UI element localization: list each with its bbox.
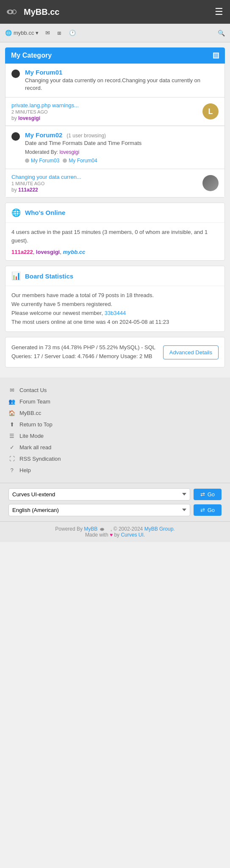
brand-name: MyBB.cc bbox=[24, 7, 59, 17]
footer-rss-label: RSS Syndication bbox=[19, 456, 61, 462]
performance-card: Generated in 73 ms (44.78% PHP / 55.22% … bbox=[5, 337, 225, 367]
globe-widget-icon: 🌐 bbox=[11, 208, 21, 217]
last-post-by-2: by 111a222 bbox=[11, 187, 202, 193]
hamburger-icon[interactable]: ☰ bbox=[215, 6, 223, 17]
lang-go-label: Go bbox=[208, 507, 215, 513]
heart-icon: ♥ bbox=[110, 532, 113, 538]
theme-go-icon: ⇄ bbox=[200, 491, 205, 498]
whos-online-description: 4 users active in the past 15 minutes (3… bbox=[11, 228, 219, 246]
rss-footer-icon: ⛶ bbox=[8, 456, 15, 462]
footer-rss[interactable]: ⛶ RSS Syndication bbox=[8, 453, 222, 465]
category-header: My Category bbox=[5, 47, 225, 64]
last-post-author-2[interactable]: 111a222 bbox=[18, 187, 38, 193]
pages-nav-icon[interactable]: 🗉 bbox=[57, 30, 62, 36]
footer-return-top[interactable]: ⬆ Return to Top bbox=[8, 419, 222, 430]
board-stats-widget: 📊 Board Statistics Our members have made… bbox=[5, 266, 225, 332]
subforum-2: My Forum04 bbox=[63, 158, 97, 164]
footer-mybb-label: MyBB.cc bbox=[19, 410, 41, 416]
last-post-time-2: 1 MINUTE AGO bbox=[11, 181, 202, 186]
brand: MyBB.cc bbox=[7, 7, 59, 17]
footer-help-label: Help bbox=[19, 467, 31, 473]
browsing-badge: (1 user browsing) bbox=[67, 133, 106, 139]
clock-nav-icon[interactable]: 🕐 bbox=[69, 30, 76, 36]
advanced-details-button[interactable]: Advanced Details bbox=[163, 345, 219, 359]
forum-status-dot-2 bbox=[11, 132, 20, 141]
subforum-link-2[interactable]: My Forum04 bbox=[69, 158, 97, 164]
forum-moderator: Moderated By: lovesgigi bbox=[25, 149, 219, 155]
mybb-inline-logo bbox=[100, 527, 108, 532]
whos-online-widget: 🌐 Who's Online 4 users active in the pas… bbox=[5, 203, 225, 261]
main-content: My Category My Forum01 Changing your dat… bbox=[0, 42, 230, 378]
board-stats-header: 📊 Board Statistics bbox=[6, 266, 224, 286]
online-user-3[interactable]: mybb.cc bbox=[63, 249, 85, 255]
chart-icon: 📊 bbox=[11, 271, 21, 281]
mybb-logo-icon bbox=[7, 8, 20, 16]
last-post-time-1: 2 MINUTES AGO bbox=[11, 109, 202, 114]
forum-status-dot-1 bbox=[11, 70, 20, 78]
forum-name-1[interactable]: My Forum01 bbox=[25, 69, 219, 76]
forum-info-1: My Forum01 Changing your data currently … bbox=[25, 69, 219, 92]
selectors-section: Curves UI-extend ⇄ Go English (American)… bbox=[0, 483, 230, 521]
footer-mybb[interactable]: 🏠 MyBB.cc bbox=[8, 407, 222, 419]
navbar: 🌐 mybb.cc ▾ ✉ 🗉 🕐 🔍 bbox=[0, 24, 230, 42]
footer-help[interactable]: ? Help bbox=[8, 465, 222, 476]
mybb-link[interactable]: MyBB bbox=[84, 526, 97, 532]
lang-selector-row: English (American) ⇄ Go bbox=[8, 504, 222, 516]
whos-online-header: 🌐 Who's Online bbox=[6, 203, 224, 223]
last-post-info-1: private.lang.php warnings... 2 MINUTES A… bbox=[11, 102, 202, 121]
forum-name-2[interactable]: My Forum02 bbox=[25, 131, 62, 139]
performance-text: Generated in 73 ms (44.78% PHP / 55.22% … bbox=[11, 343, 158, 361]
footer-forum-team-label: Forum Team bbox=[19, 398, 50, 405]
forum-info-2: My Forum02 (1 user browsing) Date and Ti… bbox=[25, 131, 219, 163]
lang-go-icon: ⇄ bbox=[200, 507, 205, 513]
up-footer-icon: ⬆ bbox=[8, 421, 15, 428]
newest-member-link[interactable]: 33b3444 bbox=[105, 310, 126, 316]
curves-link[interactable]: Curves UI. bbox=[121, 532, 145, 538]
powered-by: Powered By MyBB , © 2002-2024 MyBB Group… bbox=[0, 521, 230, 542]
globe-icon: 🌐 bbox=[5, 30, 12, 36]
subforum-link-1[interactable]: My Forum03 bbox=[31, 158, 59, 164]
list-footer-icon: ☰ bbox=[8, 433, 15, 439]
mybb-group-link[interactable]: MyBB Group. bbox=[144, 526, 175, 532]
powered-by-line1: Powered By MyBB , © 2002-2024 MyBB Group… bbox=[4, 526, 226, 532]
last-post-title-2[interactable]: Changing your data curren... bbox=[11, 174, 81, 180]
online-user-2[interactable]: lovesgigi bbox=[36, 249, 60, 255]
last-post-author-1[interactable]: lovesgigi bbox=[18, 115, 40, 121]
lang-select[interactable]: English (American) bbox=[8, 504, 190, 516]
site-selector[interactable]: 🌐 mybb.cc ▾ bbox=[5, 30, 39, 36]
last-post-2: Changing your data curren... 1 MINUTE AG… bbox=[5, 169, 225, 198]
category-collapse-icon[interactable] bbox=[213, 53, 219, 58]
footer-lite-mode-label: Lite Mode bbox=[19, 433, 44, 439]
category-section: My Category My Forum01 Changing your dat… bbox=[5, 47, 225, 198]
category-title: My Category bbox=[11, 52, 52, 59]
board-stats-line2: We currently have 5 members registered. bbox=[11, 300, 219, 309]
last-post-title-1[interactable]: private.lang.php warnings... bbox=[11, 102, 79, 108]
footer-lite-mode[interactable]: ☰ Lite Mode bbox=[8, 430, 222, 442]
online-users-list: 111a222, lovesgigi, mybb.cc bbox=[11, 249, 219, 255]
header: MyBB.cc ☰ bbox=[0, 0, 230, 24]
mail-nav-icon[interactable]: ✉ bbox=[45, 30, 50, 36]
footer-mark-read[interactable]: ✓ Mark all read bbox=[8, 442, 222, 453]
forum-desc-2: Date and Time Formats Date and Time Form… bbox=[25, 139, 219, 147]
home-footer-icon: 🏠 bbox=[8, 410, 15, 416]
board-stats-body: Our members have made a total of 79 post… bbox=[6, 286, 224, 331]
forum-subforums: My Forum03 My Forum04 bbox=[25, 158, 219, 164]
whos-online-body: 4 users active in the past 15 minutes (3… bbox=[6, 223, 224, 261]
forum-desc-1: Changing your data currently on record.C… bbox=[25, 77, 219, 92]
footer-forum-team[interactable]: 👥 Forum Team bbox=[8, 396, 222, 407]
footer-links: ✉ Contact Us 👥 Forum Team 🏠 MyBB.cc ⬆ Re… bbox=[0, 378, 230, 483]
board-stats-line3: Please welcome our newest member, 33b344… bbox=[11, 309, 219, 318]
online-user-1[interactable]: 111a222 bbox=[11, 249, 33, 255]
last-post-avatar-2 bbox=[202, 175, 219, 191]
theme-go-button[interactable]: ⇄ Go bbox=[194, 489, 222, 500]
moderator-link[interactable]: lovesgigi bbox=[59, 149, 79, 155]
lang-go-button[interactable]: ⇄ Go bbox=[194, 504, 222, 516]
search-icon[interactable]: 🔍 bbox=[218, 30, 225, 36]
subforum-dot-1 bbox=[25, 159, 29, 163]
theme-go-label: Go bbox=[208, 491, 215, 498]
last-post-by-1: by lovesgigi bbox=[11, 115, 202, 121]
footer-contact[interactable]: ✉ Contact Us bbox=[8, 384, 222, 396]
check-footer-icon: ✓ bbox=[8, 444, 15, 451]
theme-select[interactable]: Curves UI-extend bbox=[8, 488, 190, 501]
svg-point-3 bbox=[101, 529, 103, 530]
